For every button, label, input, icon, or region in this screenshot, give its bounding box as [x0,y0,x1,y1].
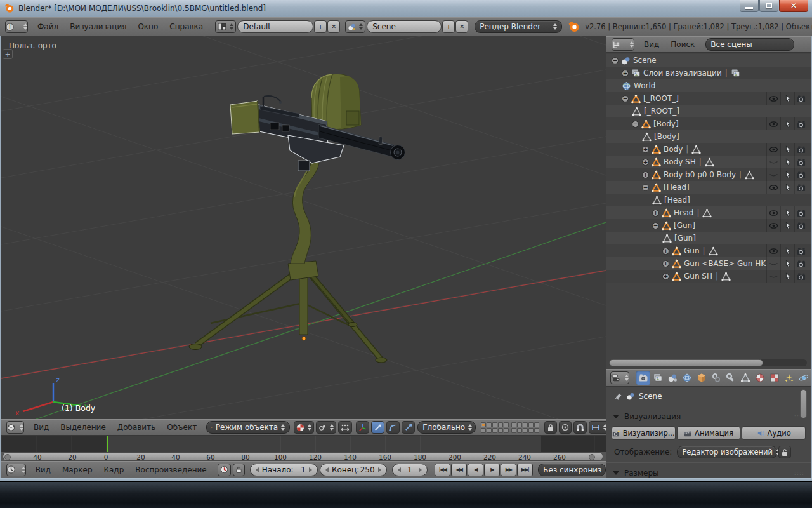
frame-lock-toggle[interactable] [233,464,245,476]
outliner-item-label[interactable]: [Body] [654,132,679,141]
visibility-toggle-icon[interactable] [766,143,780,156]
expand-icon[interactable]: + [662,248,669,255]
manipulator-scale-button[interactable] [402,421,415,434]
renderability-toggle-icon[interactable] [794,181,808,194]
jump-end-button[interactable]: ▶▶| [517,464,533,476]
properties-tab-scene[interactable] [665,371,679,385]
visibility-toggle-icon[interactable] [766,257,780,270]
mode-select[interactable]: Режим объекта [206,421,290,434]
visibility-toggle-icon[interactable] [766,206,780,219]
outliner-item-label[interactable]: Gun [684,246,700,255]
menu-item[interactable]: Вид [28,423,55,432]
selectability-toggle-icon[interactable] [780,206,794,219]
viewport-shading-select[interactable] [294,421,314,434]
render-engine-select[interactable]: Рендер Blender [475,20,562,33]
visibility-toggle-icon[interactable] [766,156,780,168]
frame-start-field[interactable]: Начало: 1 [250,464,318,476]
play-button[interactable]: ▶ [484,464,500,476]
collapse-icon[interactable]: − [612,57,619,64]
render-button[interactable]: Визуализир... [612,426,676,440]
outliner-item-label[interactable]: Body SH [664,157,696,166]
visibility-toggle-icon[interactable] [766,181,780,194]
outliner-row[interactable]: [Gun] [606,232,811,244]
layers-widget-group1[interactable] [481,422,509,433]
snap-toggle-button[interactable] [573,421,587,434]
selectability-toggle-icon[interactable] [780,257,794,270]
window-titlebar[interactable]: Blender* [D:\МОИ МОДЕЛИ\USS\Brooklin\0.5… [0,0,812,17]
outliner-row[interactable]: +Gun <BASE> Gun HK [606,257,811,270]
outliner-row[interactable]: [_ROOT_] [606,105,811,117]
outliner-scope-select[interactable]: Все сцены [705,38,794,51]
properties-tab-particles[interactable] [782,371,796,385]
editor-type-timeline-button[interactable] [6,464,26,476]
collapse-icon[interactable]: − [642,184,649,191]
outliner-item-label[interactable]: [_ROOT_] [644,107,679,116]
selectability-toggle-icon[interactable] [780,92,794,105]
properties-tab-texture[interactable] [768,371,782,385]
expand-icon[interactable]: + [652,210,659,217]
editor-type-3dview-button[interactable] [6,421,24,434]
render-panel-header[interactable]: Визуализация :::: [606,408,811,425]
renderability-toggle-icon[interactable] [794,270,808,283]
outliner-hscroll-thumb[interactable] [609,359,763,366]
dimensions-panel-header[interactable]: Размеры :::: [606,464,811,481]
outliner-item-label[interactable]: [_ROOT_] [643,94,679,103]
close-scene-button[interactable]: ✕ [455,20,468,33]
properties-tab-object[interactable] [695,371,709,385]
renderability-toggle-icon[interactable] [794,156,808,168]
visibility-toggle-icon[interactable] [766,168,780,181]
expand-icon[interactable]: + [642,159,649,166]
outliner-row[interactable]: +Body| [606,143,811,156]
selectability-toggle-icon[interactable] [780,270,794,283]
menu-item[interactable]: Вид [30,465,56,474]
pin-icon[interactable] [614,392,622,401]
outliner-item-label[interactable]: [Head] [664,196,690,204]
menu-item[interactable]: Добавить [112,423,161,432]
expand-icon[interactable]: + [662,260,669,267]
collapse-icon[interactable]: − [632,121,639,128]
collapse-icon[interactable]: − [652,222,659,229]
pivot-point-select[interactable] [316,421,336,434]
menu-item[interactable]: Маркер [56,465,98,474]
visibility-toggle-icon[interactable] [766,117,780,130]
audio-button[interactable]: Аудио [742,426,806,440]
proportional-edit-select[interactable] [559,421,572,434]
outliner-row[interactable]: [Head] [606,194,811,206]
outliner-item-label[interactable]: Gun <BASE> Gun HK [684,259,766,268]
renderability-toggle-icon[interactable] [794,143,808,156]
outliner-row[interactable]: +Gun SH| [606,270,811,283]
breadcrumb-scene[interactable]: Scene [639,392,662,401]
expand-icon[interactable]: + [642,146,649,153]
outliner-row[interactable]: −[_ROOT_] [606,92,811,105]
close-layout-button[interactable]: ✕ [327,20,340,33]
play-rev-button[interactable]: ◀ [468,464,483,476]
3d-viewport[interactable]: z x y Польз.-орто (1) Body + [1,36,606,419]
menu-item[interactable]: Окно [132,22,164,31]
screen-layout-icon-button[interactable] [215,20,236,33]
properties-tab-material[interactable] [753,371,767,385]
manipulator-rotate-button[interactable] [386,421,400,434]
current-frame-marker[interactable] [107,436,108,453]
scene-field[interactable]: Scene [367,20,442,33]
outliner-row[interactable]: World [606,79,811,92]
layers-widget-group2[interactable] [511,422,539,433]
visibility-toggle-icon[interactable] [766,270,780,283]
outliner-item-label[interactable]: Body b0 p0 0 Body [664,170,736,179]
panel-grip-icon[interactable]: :::: [794,470,804,476]
properties-tab-render-layers[interactable] [651,371,665,385]
jump-start-button[interactable]: |◀◀ [435,464,450,476]
frame-end-field[interactable]: Конец: 250 [320,464,387,476]
visibility-toggle-icon[interactable] [766,219,780,232]
display-lock-button[interactable] [778,446,791,458]
outliner-item-label[interactable]: World [634,81,655,90]
menu-item[interactable]: Выделение [55,423,111,432]
renderability-toggle-icon[interactable] [794,92,808,105]
outliner-row[interactable]: −[Head] [606,181,811,194]
outliner-hscrollbar[interactable] [609,359,807,366]
screen-layout-field[interactable]: Default [237,20,313,33]
properties-tab-modifiers[interactable] [724,371,738,385]
menu-item[interactable]: Файл [32,22,64,31]
selectability-toggle-icon[interactable] [780,181,794,194]
transform-orientation-select[interactable]: Глобально [417,421,476,434]
animation-button[interactable]: Анимация [677,426,741,440]
